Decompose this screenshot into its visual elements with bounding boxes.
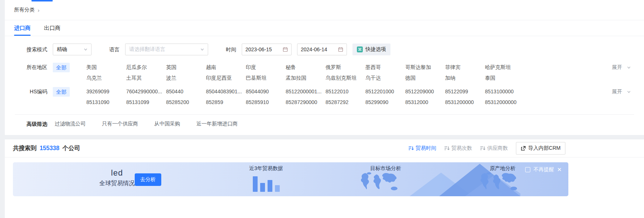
hs-code-item[interactable]: 85312000 (405, 97, 445, 108)
importer-exporter-tabs: 进口商 出口商 (5, 20, 644, 36)
hs-code-item[interactable]: 85287292 (326, 97, 365, 108)
import-crm-button[interactable]: 导入内部CRM (516, 142, 565, 155)
tab-importers[interactable]: 进口商 (14, 20, 31, 36)
sort-descending-icon (409, 146, 414, 151)
bar-chart-illustration (253, 174, 280, 192)
advanced-filter-row: 高级筛选 过滤物流公司 只有一个供应商 从中国采购 近一年新增进口商 (5, 115, 644, 135)
region-item[interactable]: 乌克兰 (86, 73, 126, 83)
region-item[interactable]: 厄瓜多尔 (126, 62, 166, 73)
advanced-option-filter-logistics[interactable]: 过滤物流公司 (55, 121, 86, 127)
region-item[interactable]: 印度 (246, 62, 286, 73)
origin-analysis-label: 原产地分析 (490, 165, 516, 172)
region-item[interactable]: 哈萨克斯坦 (485, 62, 525, 73)
chevron-right-icon: › (38, 7, 39, 13)
region-expand-link[interactable]: 展开 (612, 62, 631, 73)
advanced-filter-label: 高级筛选 (5, 120, 47, 128)
hs-code-item[interactable]: 8512201000 (365, 86, 405, 97)
time-label: 时间 (226, 44, 236, 55)
region-item[interactable]: 孟加拉国 (286, 73, 326, 83)
hs-code-item[interactable]: 8512209000 (405, 86, 445, 97)
chevron-down-icon (627, 66, 631, 69)
hs-code-item[interactable]: 850440 (166, 86, 206, 97)
trade-data-label: 近3年贸易数据 (249, 165, 283, 172)
search-mode-value: 精确 (57, 46, 67, 53)
date-start-value: 2023-06-15 (245, 46, 272, 52)
analyze-button[interactable]: 去分析 (135, 173, 161, 186)
region-item[interactable]: 英国 (166, 62, 206, 73)
region-item[interactable]: 乌兹别克斯坦 (326, 73, 365, 83)
dismiss-checkbox[interactable] (525, 167, 530, 172)
hs-code-item[interactable]: 85044090 (246, 86, 286, 97)
sort-label: 贸易次数 (451, 145, 472, 152)
region-item[interactable]: 乌干达 (365, 73, 405, 83)
hs-code-item[interactable]: 85131090 (86, 97, 126, 108)
sort-trade-count[interactable]: 贸易次数 (444, 145, 472, 152)
sort-trade-time[interactable]: 贸易时间 (409, 145, 436, 152)
results-bar: 共搜索到 155338 个公司 贸易时间 贸易次数 供应商数 (13, 139, 565, 157)
region-item[interactable]: 波兰 (166, 73, 206, 83)
section-gap (5, 135, 644, 139)
hs-code-item[interactable]: 85122000001... (286, 86, 326, 97)
date-end-input[interactable]: 2024-06-14 (297, 44, 347, 55)
region-item[interactable]: 越南 (206, 62, 246, 73)
hs-code-item[interactable]: 8531200000 (445, 97, 485, 108)
region-item[interactable]: 印度尼西亚 (206, 73, 246, 83)
region-item[interactable]: 哥斯达黎加 (405, 62, 445, 73)
advanced-option-new-importers[interactable]: 近一年新增进口商 (196, 121, 238, 127)
region-grid: 美国乌克兰 厄瓜多尔土耳其 英国波兰 越南印度尼西亚 印度巴基斯坦 秘鲁孟加拉国… (86, 62, 612, 83)
world-map-icon (479, 172, 523, 195)
region-item[interactable]: 德国 (405, 73, 445, 83)
hs-code-item[interactable]: 85299090 (365, 97, 405, 108)
hs-code-item[interactable]: 85287290000 (286, 97, 326, 108)
hs-code-item[interactable]: 85044083901... (206, 86, 246, 97)
region-item[interactable]: 巴基斯坦 (246, 73, 286, 83)
region-item[interactable]: 美国 (86, 62, 126, 73)
bar (275, 185, 280, 192)
hs-code-item[interactable]: 8513100000 (485, 86, 525, 97)
hs-code-item[interactable]: 85285200 (166, 97, 206, 108)
advanced-option-single-supplier[interactable]: 只有一个供应商 (102, 121, 138, 127)
date-end-value: 2024-06-14 (301, 46, 327, 52)
hs-code-item[interactable]: 85122099 (445, 86, 485, 97)
search-mode-select[interactable]: 精确 (53, 44, 92, 55)
close-icon[interactable]: ✕ (557, 167, 562, 172)
quick-options-button[interactable]: ⌘ 快捷选项 (352, 44, 390, 55)
hs-code-item[interactable]: 85122010 (326, 86, 365, 97)
date-start-input[interactable]: 2023-06-15 (242, 44, 292, 55)
region-filter-row: 所在地区 全部 美国乌克兰 厄瓜多尔土耳其 英国波兰 越南印度尼西亚 印度巴基斯… (5, 62, 631, 83)
region-item[interactable]: 墨西哥 (365, 62, 405, 73)
bar (260, 183, 265, 192)
region-item[interactable]: 土耳其 (126, 73, 166, 83)
sort-label: 供应商数 (487, 145, 508, 152)
world-map-icon (359, 172, 403, 195)
command-icon: ⌘ (357, 46, 363, 52)
advanced-option-buy-from-china[interactable]: 从中国采购 (154, 121, 180, 127)
tab-exporters-label: 出口商 (44, 25, 61, 32)
hs-code-item[interactable]: 852859 (206, 97, 246, 108)
quick-options-label: 快捷选项 (365, 46, 386, 53)
analysis-banner: led 全球贸易情况 去分析 近3年贸易数据 目标市场分析 原产地分析 (13, 162, 568, 196)
hs-all-badge[interactable]: 全部 (53, 87, 70, 97)
calendar-icon (283, 47, 288, 52)
hs-expand-link[interactable]: 展开 (612, 86, 631, 97)
bar (253, 176, 258, 192)
language-select[interactable]: 请选择翻译语言 (125, 44, 208, 55)
hs-code-item[interactable]: 76042990000... (126, 86, 166, 97)
hs-code-item[interactable]: 85131099 (126, 97, 166, 108)
region-item[interactable]: 加纳 (445, 73, 485, 83)
region-label: 所在地区 (5, 62, 47, 73)
region-item[interactable]: 泰国 (485, 73, 525, 83)
sort-descending-icon (480, 146, 485, 151)
hs-code-item[interactable]: 85312000000 (485, 97, 525, 108)
hs-code-item[interactable]: 39269099 (86, 86, 126, 97)
breadcrumb[interactable]: 所有分类 › (5, 0, 644, 20)
hs-code-item[interactable]: 85285910 (246, 97, 286, 108)
top-tab-underline-remnant (31, 0, 53, 1)
divider (5, 157, 644, 158)
region-all-badge[interactable]: 全部 (53, 63, 70, 72)
region-item[interactable]: 菲律宾 (445, 62, 485, 73)
region-item[interactable]: 俄罗斯 (326, 62, 365, 73)
tab-exporters[interactable]: 出口商 (44, 20, 61, 36)
sort-supplier-count[interactable]: 供应商数 (480, 145, 508, 152)
region-item[interactable]: 秘鲁 (286, 62, 326, 73)
